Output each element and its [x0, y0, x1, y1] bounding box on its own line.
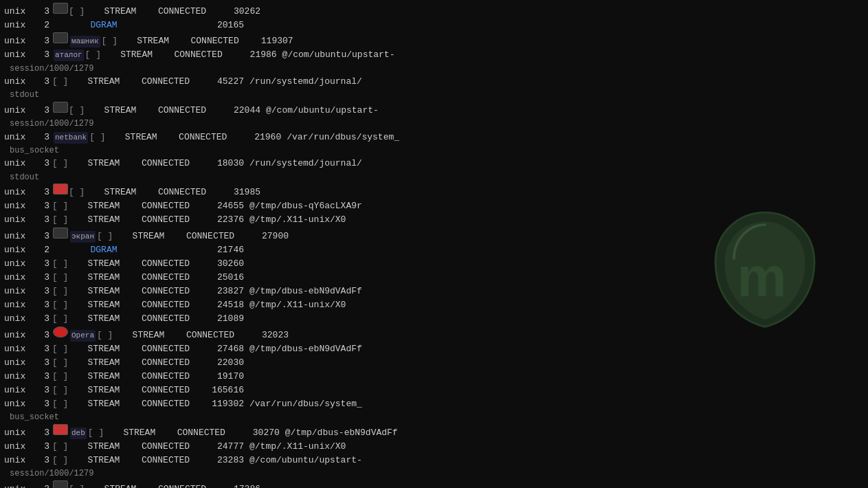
socket-type: STREAM	[76, 157, 131, 170]
socket-flags: [ ]	[52, 342, 76, 356]
socket-flags: [ ]	[69, 186, 93, 199]
socket-flags: [ ]	[69, 5, 93, 19]
socket-flags: [ ]	[52, 298, 76, 312]
inode: 30260	[200, 257, 249, 271]
socket-type: STREAM	[121, 230, 176, 243]
socket-type: STREAM	[76, 370, 131, 384]
socket-path: @/com/ubuntu/upstart-	[249, 454, 362, 467]
table-row: unix 3 [ ] STREAM CONNECTED 22030	[4, 356, 864, 370]
inode: 22030	[200, 356, 249, 370]
socket-flags: [ ]	[97, 230, 121, 243]
refcnt: 3	[37, 186, 52, 199]
protocol: unix	[4, 199, 37, 213]
connection-state: CONNECTED	[167, 426, 236, 440]
connection-state: CONNECTED	[131, 75, 200, 89]
protocol: unix	[4, 48, 37, 62]
refcnt: 3	[37, 5, 52, 19]
socket-path: /var/run/dbus/system_	[287, 131, 399, 144]
protocol: unix	[4, 329, 37, 342]
socket-flags: [ ]	[52, 285, 76, 298]
refcnt: 3	[37, 298, 52, 312]
refcnt: 3	[37, 356, 52, 370]
socket-type: DGRAM	[76, 19, 131, 32]
protocol: unix	[4, 104, 37, 118]
connection-state: CONNECTED	[148, 104, 216, 118]
protocol: unix	[4, 34, 37, 48]
connection-state: CONNECTED	[131, 285, 200, 298]
inode: 21746	[200, 243, 249, 257]
socket-path: @/tmp/dbus-ebN9dVAdFf	[249, 285, 362, 298]
refcnt: 3	[37, 454, 52, 467]
inode: 27900	[245, 230, 294, 243]
socket-flags: [ ]	[69, 104, 93, 118]
table-row: unix 3 deb [ ] STREAM CONNECTED 30270 @/…	[4, 424, 864, 440]
connection-state: CONNECTED	[131, 312, 200, 326]
process-label: Opera	[70, 330, 96, 342]
protocol: unix	[4, 230, 37, 243]
connection-state: CONNECTED	[168, 131, 237, 144]
table-row: unix 3 [ ] STREAM CONNECTED 19170	[4, 370, 864, 384]
inode: 32023	[245, 329, 294, 342]
protocol: unix	[4, 257, 37, 271]
table-row: stdout	[4, 171, 864, 184]
table-row: unix 3 [ ] STREAM CONNECTED 165616	[4, 384, 864, 397]
socket-type: STREAM	[76, 213, 131, 227]
inode: 31985	[216, 186, 266, 199]
inode: 20165	[200, 19, 249, 32]
table-row: unix 3 [ ] STREAM CONNECTED 18030 /run/s…	[4, 157, 864, 170]
inode: 30270	[236, 426, 285, 440]
protocol: unix	[4, 440, 37, 454]
connection-state: CONNECTED	[131, 397, 200, 411]
table-row: unix 3 аталог [ ] STREAM CONNECTED 21986…	[4, 48, 864, 62]
socket-flags: [ ]	[85, 48, 109, 62]
socket-path: /run/systemd/journal/	[249, 157, 362, 170]
protocol: unix	[4, 5, 37, 19]
table-row: unix 3 [ ] STREAM CONNECTED 27468 @/tmp/…	[4, 342, 864, 356]
table-row: bus_socket	[4, 411, 864, 424]
refcnt: 3	[37, 271, 52, 285]
socket-flags: [ ]	[52, 356, 76, 370]
protocol: unix	[4, 342, 37, 356]
refcnt: 3	[37, 342, 52, 356]
socket-flags: [ ]	[97, 329, 121, 342]
refcnt: 3	[37, 440, 52, 454]
socket-type: STREAM	[76, 397, 131, 411]
protocol: unix	[4, 298, 37, 312]
inode: 27468	[200, 342, 249, 356]
process-label: экран	[70, 231, 96, 243]
socket-path: @/com/ubuntu/upstart-	[282, 48, 395, 62]
connection-state: CONNECTED	[131, 199, 200, 213]
process-thumbnail	[53, 32, 68, 43]
refcnt: 3	[37, 370, 52, 384]
connection-state: CONNECTED	[131, 440, 200, 454]
socket-type: STREAM	[76, 271, 131, 285]
socket-flags: [ ]	[52, 397, 76, 411]
refcnt: 2	[37, 243, 52, 257]
process-thumbnail	[53, 3, 68, 14]
table-row: session/1000/1279	[4, 118, 864, 131]
protocol: unix	[4, 426, 37, 440]
inode: 24655	[200, 199, 249, 213]
protocol: unix	[4, 157, 37, 170]
connection-state: CONNECTED	[164, 48, 233, 62]
socket-type: STREAM	[113, 131, 168, 144]
protocol: unix	[4, 213, 37, 227]
socket-path: @/tmp/dbus-qY6acLXA9r	[249, 199, 362, 213]
refcnt: 3	[37, 483, 52, 488]
process-thumbnail	[53, 102, 68, 113]
socket-path: @/tmp/dbus-ebN9dVAdFf	[249, 342, 362, 356]
continuation-label: stdout	[4, 89, 39, 102]
connection-state: CONNECTED	[148, 483, 216, 488]
connection-state: CONNECTED	[131, 271, 200, 285]
connection-state: CONNECTED	[131, 384, 200, 397]
socket-type: STREAM	[76, 298, 131, 312]
protocol: unix	[4, 243, 37, 257]
socket-type: STREAM	[76, 454, 131, 467]
connection-state: CONNECTED	[131, 298, 200, 312]
inode: 21089	[200, 312, 249, 326]
table-row: unix 3 [ ] STREAM CONNECTED 31985	[4, 184, 864, 199]
socket-type: STREAM	[109, 48, 164, 62]
protocol: unix	[4, 131, 37, 144]
inode: 22044	[216, 104, 266, 118]
refcnt: 3	[37, 75, 52, 89]
